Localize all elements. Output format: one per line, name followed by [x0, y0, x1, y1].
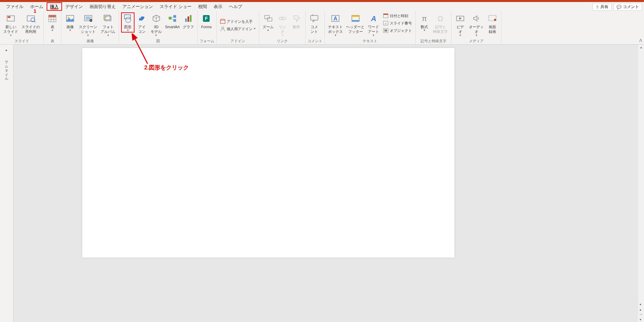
svg-rect-25 [173, 19, 176, 22]
svg-point-34 [222, 27, 224, 29]
textbox-button[interactable]: A テキスト ボックス ▾ [327, 12, 344, 38]
tab-slideshow[interactable]: スライド ショー [156, 2, 195, 11]
svg-rect-1 [8, 16, 10, 18]
vertical-scrollbar[interactable]: ▴ ▾ ▴ ─ ▾ [638, 45, 644, 322]
new-slide-button[interactable]: 新しい スライド ▾ [2, 12, 19, 38]
chevron-up-icon: ᐱ [639, 38, 642, 43]
3dmodel-icon [151, 13, 162, 24]
tab-animation[interactable]: アニメーション [119, 2, 156, 11]
datetime-icon [383, 13, 388, 18]
tab-file[interactable]: ファイル [3, 2, 27, 11]
chevron-down-icon: ▾ [69, 29, 71, 32]
record-icon: + [487, 13, 498, 24]
equation-button[interactable]: π 数式 ▾ [418, 12, 431, 33]
group-media-label: メディア [453, 38, 499, 44]
picture-button[interactable]: 画像 ▾ [63, 12, 77, 33]
chart-icon [183, 13, 194, 24]
comment-icon: 💬 [616, 5, 622, 9]
slidenum-button[interactable]: # スライド番号 [382, 20, 413, 26]
group-slide-label: スライド [2, 38, 41, 44]
tab-view[interactable]: 表示 [210, 2, 226, 11]
tab-review[interactable]: 校閲 [195, 2, 210, 11]
tab-insert[interactable]: 挿入 [47, 2, 62, 11]
next-slide-button[interactable]: ▾ [639, 317, 643, 322]
table-button[interactable]: 表 ▾ [46, 12, 59, 33]
svg-point-19 [105, 16, 107, 18]
svg-point-22 [140, 17, 141, 18]
chart-label: グラフ [183, 24, 194, 29]
collapse-ribbon-button[interactable]: ᐱ [639, 38, 643, 44]
tab-help[interactable]: ヘルプ [226, 2, 246, 11]
svg-rect-24 [173, 15, 176, 18]
smartart-button[interactable]: SmartArt [164, 12, 181, 30]
svg-rect-45 [352, 20, 359, 21]
chevron-down-icon: ▾ [267, 29, 269, 32]
audio-button[interactable]: オーディ オ ▾ [468, 12, 485, 38]
wordart-label: ワード アート [368, 24, 379, 34]
chevron-down-icon: ▾ [10, 34, 12, 37]
slidenum-label: スライド番号 [390, 21, 412, 26]
photoalbum-button[interactable]: フォト アルバム ▾ [99, 12, 117, 38]
group-link-label: リンク [261, 38, 303, 44]
chart-button[interactable]: グラフ [181, 12, 195, 30]
forms-button[interactable]: F Forms [200, 12, 213, 30]
photoalbum-icon [103, 13, 113, 24]
svg-line-4 [34, 21, 36, 22]
comment-insert-button[interactable]: + コメ ント [308, 12, 321, 35]
svg-line-26 [171, 16, 173, 18]
symbol-icon: Ω [435, 13, 446, 24]
wordart-icon: A [368, 13, 379, 24]
reuse-slide-button[interactable]: スライドの 再利用 [20, 12, 41, 35]
zoom-button[interactable]: ズーム ▾ [261, 12, 275, 33]
svg-text:π: π [422, 14, 427, 23]
tab-design[interactable]: デザイン [62, 2, 86, 11]
headerfooter-button[interactable]: ヘッダーと フッター [345, 12, 366, 35]
thumbnail-pane: ▸ サムネイル [0, 45, 13, 322]
svg-point-38 [282, 17, 286, 20]
symbol-button[interactable]: Ω 記号と 特殊文字 [432, 12, 449, 35]
headerfooter-label: ヘッダーと フッター [346, 24, 365, 34]
group-comment-label: コメント [308, 38, 322, 44]
right-actions: ⇧ 共有 💬 コメント [593, 3, 642, 11]
tab-transition[interactable]: 画面切り替え [86, 2, 119, 11]
my-addin-button[interactable]: 個人用アドイン ▾ [219, 25, 257, 32]
shapes-button[interactable]: 図形 ▾ [121, 12, 135, 33]
slide-canvas[interactable] [82, 48, 454, 258]
expand-thumbnails-button[interactable]: ▸ [6, 48, 8, 52]
textbox-label: テキスト ボックス [328, 24, 343, 34]
wordart-button[interactable]: A ワード アート ▾ [367, 12, 380, 38]
video-button[interactable]: ビデ オ ▾ [453, 12, 467, 38]
svg-text:+: + [497, 14, 497, 19]
get-addin-button[interactable]: アドインを入手 [219, 18, 257, 25]
svg-rect-14 [86, 16, 91, 20]
svg-rect-36 [267, 18, 272, 21]
action-icon [291, 13, 302, 24]
svg-text:+: + [312, 14, 314, 17]
screenshot-button[interactable]: スクリーン ショット ▾ [77, 12, 99, 38]
datetime-button[interactable]: 日付と時刻 [382, 12, 413, 19]
svg-text:F: F [205, 16, 208, 21]
3dmodel-button[interactable]: 3D モデル ▾ [149, 12, 163, 38]
chevron-down-icon: ▾ [127, 29, 129, 32]
svg-rect-23 [169, 17, 171, 19]
scroll-down-button[interactable]: ▾ [639, 302, 643, 307]
icons-button[interactable]: アイ コン [135, 12, 149, 35]
video-label: ビデ オ [457, 24, 464, 34]
svg-rect-29 [187, 16, 189, 22]
tab-home[interactable]: ホーム [27, 2, 47, 11]
comment-button[interactable]: 💬 コメント [613, 3, 642, 11]
object-button[interactable]: オブジェクト [382, 27, 413, 34]
record-button[interactable]: + 画面 録画 [486, 12, 499, 35]
action-button[interactable]: 動作 [290, 12, 303, 30]
link-button[interactable]: リン ク ▾ [276, 12, 289, 38]
svg-text:A: A [334, 16, 338, 21]
scroll-up-button[interactable]: ▴ [640, 45, 643, 50]
group-table-label: 表 [46, 38, 59, 44]
svg-rect-48 [383, 14, 388, 15]
audio-label: オーディ オ [469, 24, 484, 34]
group-link: ズーム ▾ リン ク ▾ 動作 リンク [259, 11, 306, 44]
prev-slide-button[interactable]: ▴ [639, 307, 643, 312]
chevron-down-icon: ▾ [424, 29, 425, 32]
group-image-label: 画像 [63, 38, 117, 44]
share-button[interactable]: ⇧ 共有 [593, 3, 611, 11]
